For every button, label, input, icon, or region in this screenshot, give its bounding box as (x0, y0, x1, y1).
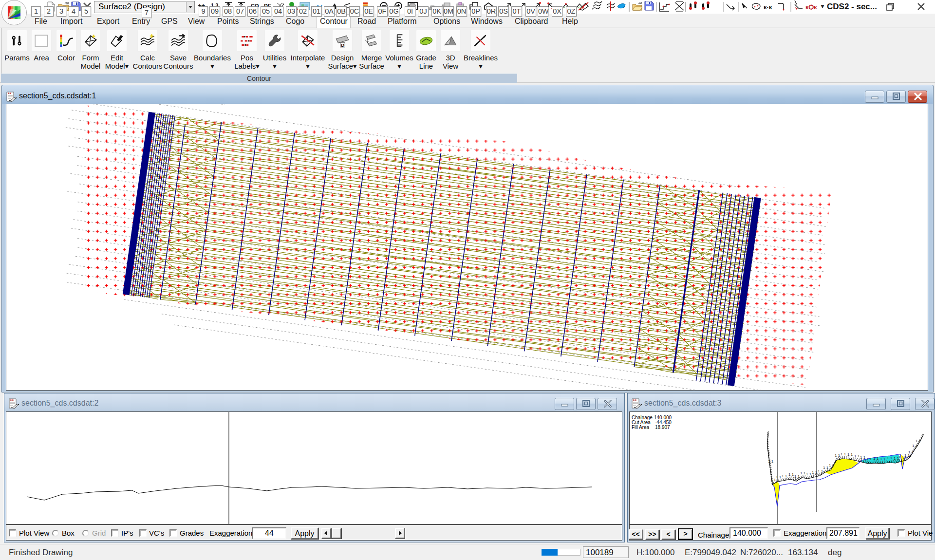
svg-text:Fill Area: Fill Area (632, 425, 650, 430)
svg-text:1 1: 1 1 (887, 456, 893, 460)
svg-text:1 1: 1 1 (806, 472, 812, 476)
svg-text:1 1: 1 1 (829, 463, 835, 467)
svg-text:1 1: 1 1 (818, 469, 823, 473)
svg-text:1 1: 1 1 (854, 454, 860, 458)
svg-text:1 1: 1 1 (880, 457, 886, 461)
svg-text:1 1: 1 1 (823, 466, 829, 470)
svg-text:1 1: 1 1 (912, 444, 918, 448)
svg-text:18.907: 18.907 (655, 425, 670, 430)
svg-text:1 1: 1 1 (788, 472, 794, 477)
svg-text:1 1: 1 1 (835, 453, 841, 458)
svg-text:1 1: 1 1 (908, 450, 914, 454)
svg-text:1 1: 1 1 (812, 470, 818, 475)
svg-text:1 1: 1 1 (847, 452, 853, 457)
svg-text:1 1: 1 1 (860, 455, 866, 460)
svg-text:1 1: 1 1 (800, 471, 806, 475)
svg-text:D: D (341, 42, 344, 47)
svg-text:к·к: к·к (764, 3, 772, 11)
svg-text:1 1: 1 1 (782, 474, 787, 478)
svg-text:1 1: 1 1 (768, 459, 774, 464)
svg-text:1 1: 1 1 (794, 474, 800, 479)
svg-text:1 1: 1 1 (873, 456, 879, 461)
svg-text:1 1: 1 1 (866, 457, 872, 461)
svg-text:1 1: 1 1 (776, 475, 782, 479)
svg-text:1 1: 1 1 (916, 439, 921, 443)
svg-text:кѺк: кѺк (805, 3, 817, 11)
svg-text:1 1: 1 1 (841, 452, 846, 456)
svg-text:1 1: 1 1 (898, 455, 904, 459)
svg-text:1 1: 1 1 (770, 478, 776, 482)
